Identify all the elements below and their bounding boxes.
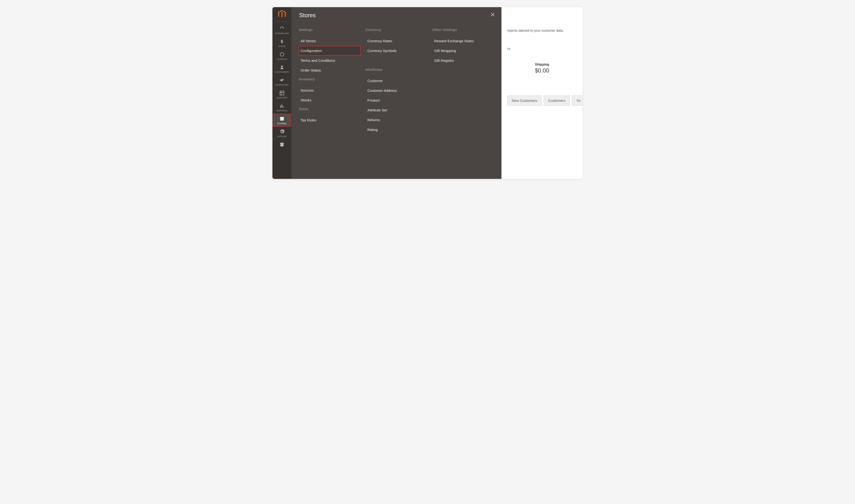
tab-yo[interactable]: Yo <box>572 95 583 106</box>
content-text: reports tailored to your customer data. <box>507 29 577 33</box>
menu-order-status[interactable]: Order Status <box>299 65 361 75</box>
menu-currency-symbols[interactable]: Currency Symbols <box>366 46 427 56</box>
flyout-column: SettingsAll StoresConfigurationTerms and… <box>299 26 361 134</box>
app-window: DASHBOARD$SALESCATALOGCUSTOMERSMARKETING… <box>272 7 583 179</box>
nav-dashboard[interactable]: DASHBOARD <box>272 24 291 36</box>
flyout-column: CurrencyCurrency RatesCurrency SymbolsAt… <box>366 26 427 134</box>
nav-marketing[interactable]: MARKETING <box>272 75 291 88</box>
puzzle-icon <box>279 142 285 147</box>
store-icon <box>279 116 285 121</box>
menu-product[interactable]: Product <box>366 95 427 105</box>
layout-icon <box>279 90 285 96</box>
group-heading: Inventory <box>299 77 361 81</box>
nav-label: CUSTOMERS <box>275 71 289 73</box>
person-icon <box>279 65 285 70</box>
shipping-block: Shipping $0.00 <box>507 62 577 74</box>
flyout-title: Stores <box>299 12 494 19</box>
group-heading: Other Settings <box>432 28 494 32</box>
nav-content[interactable]: CONTENT <box>272 88 291 101</box>
tab-customers[interactable]: Customers <box>544 95 570 106</box>
menu-stocks[interactable]: Stocks <box>299 95 361 105</box>
megaphone-icon <box>279 77 285 83</box>
close-icon <box>491 13 495 17</box>
dashboard-icon <box>279 26 285 31</box>
flyout-columns: SettingsAll StoresConfigurationTerms and… <box>299 26 494 134</box>
menu-reward-exchange-rates[interactable]: Reward Exchange Rates <box>432 36 494 46</box>
shipping-label: Shipping <box>507 62 577 66</box>
nav-system[interactable]: SYSTEM <box>272 127 291 140</box>
menu-terms-and-conditions[interactable]: Terms and Conditions <box>299 56 361 65</box>
bars-icon <box>279 103 285 109</box>
logo-wrap <box>275 10 289 22</box>
menu-sources[interactable]: Sources <box>299 85 361 95</box>
stores-flyout-panel: Stores SettingsAll StoresConfigurationTe… <box>291 7 501 179</box>
tab-new-customers[interactable]: New Customers <box>507 95 542 106</box>
nav-stores[interactable]: STORES <box>273 114 291 127</box>
nav-label: SALES <box>279 45 286 48</box>
main-content: reports tailored to your customer data. … <box>501 7 583 179</box>
group-heading: Settings <box>299 28 361 32</box>
nav-label: REPORTS <box>277 109 287 112</box>
menu-customer-address[interactable]: Customer Address <box>366 86 427 95</box>
nav-customers[interactable]: CUSTOMERS <box>272 62 291 75</box>
tabs-row: New CustomersCustomersYo <box>507 95 577 106</box>
close-button[interactable] <box>491 13 495 18</box>
content-link-fragment: re. <box>507 47 577 51</box>
group-heading: Currency <box>366 28 427 32</box>
nav-label: CATALOG <box>277 58 287 60</box>
here-link-fragment[interactable]: re. <box>507 47 511 51</box>
svg-text:$: $ <box>281 39 283 44</box>
flyout-column: Other SettingsReward Exchange RatesGift … <box>432 26 494 134</box>
menu-returns[interactable]: Returns <box>366 115 427 125</box>
group-heading: Taxes <box>299 107 361 111</box>
group-heading: Attributes <box>366 68 427 72</box>
admin-sidebar: DASHBOARD$SALESCATALOGCUSTOMERSMARKETING… <box>272 7 291 179</box>
nav-catalog[interactable]: CATALOG <box>272 49 291 62</box>
nav-label: STORES <box>278 122 287 125</box>
reports-text: reports tailored to your customer data. <box>507 29 564 33</box>
menu-gift-wrapping[interactable]: Gift Wrapping <box>432 46 494 56</box>
nav-label: MARKETING <box>275 84 289 86</box>
magento-logo-icon <box>278 10 286 19</box>
nav-label: DASHBOARD <box>275 32 289 35</box>
nav-extensions[interactable] <box>272 140 291 149</box>
menu-customer[interactable]: Customer <box>366 76 427 86</box>
shipping-value: $0.00 <box>507 67 577 74</box>
menu-currency-rates[interactable]: Currency Rates <box>366 36 427 46</box>
box-icon <box>279 52 285 57</box>
dollar-icon: $ <box>279 39 285 44</box>
nav-label: SYSTEM <box>278 135 287 138</box>
menu-gift-registry[interactable]: Gift Registry <box>432 56 494 65</box>
menu-all-stores[interactable]: All Stores <box>299 36 361 46</box>
nav-label: CONTENT <box>277 96 287 99</box>
nav-sales[interactable]: $SALES <box>272 36 291 49</box>
menu-configuration[interactable]: Configuration <box>299 46 361 56</box>
menu-tax-rules[interactable]: Tax Rules <box>299 115 361 125</box>
gear-icon <box>279 129 285 134</box>
menu-attribute-set[interactable]: Attribute Set <box>366 105 427 115</box>
menu-rating[interactable]: Rating <box>366 125 427 134</box>
nav-reports[interactable]: REPORTS <box>272 101 291 114</box>
